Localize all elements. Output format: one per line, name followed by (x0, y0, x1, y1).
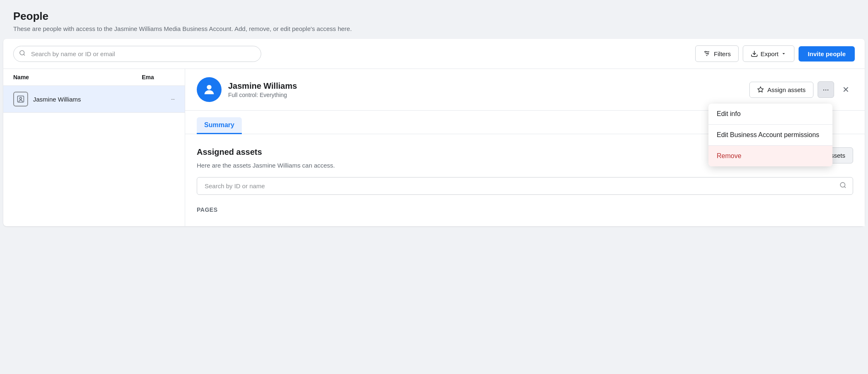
invite-label: Invite people (808, 50, 846, 57)
user-info: Jasmine Williams Full control: Everythin… (228, 81, 743, 98)
asset-search-icon (839, 182, 847, 191)
person-icon (13, 92, 28, 107)
filters-label: Filters (714, 50, 731, 57)
svg-marker-11 (758, 87, 763, 92)
avatar (197, 77, 222, 102)
header-actions: Assign assets ··· ✕ Edit info Edit Busin… (749, 81, 853, 98)
close-icon: ✕ (842, 85, 849, 95)
col-name-header: Name (13, 74, 142, 80)
tab-summary[interactable]: Summary (197, 117, 242, 134)
svg-point-12 (840, 182, 845, 187)
list-item[interactable]: Jasmine Williams -- (3, 86, 185, 113)
user-name: Jasmine Williams (228, 81, 743, 91)
more-icon: ··· (823, 85, 829, 94)
main-card: Filters Export Invite people (3, 39, 865, 226)
content-area: Name Ema Jasmine Williams -- (3, 69, 865, 226)
invite-people-button[interactable]: Invite people (799, 46, 855, 62)
pages-label: Pages (197, 206, 853, 213)
svg-point-5 (705, 51, 706, 52)
detail-header: Jasmine Williams Full control: Everythin… (185, 69, 865, 111)
person-name: Jasmine Williams (33, 96, 166, 103)
assign-assets-label: Assign assets (767, 86, 806, 93)
page-title: People (13, 10, 855, 23)
svg-line-1 (24, 54, 25, 56)
person-email: -- (171, 96, 175, 102)
search-icon (19, 50, 26, 58)
svg-point-10 (207, 85, 211, 90)
toolbar-right: Filters Export Invite people (695, 45, 855, 62)
page-subtitle: These are people with access to the Jasm… (13, 25, 855, 32)
edit-info-item[interactable]: Edit info (708, 104, 832, 124)
more-options-button[interactable]: ··· (818, 81, 834, 98)
search-wrapper (13, 46, 261, 62)
export-button[interactable]: Export (743, 45, 794, 62)
remove-item[interactable]: Remove (708, 146, 832, 166)
detail-panel: Jasmine Williams Full control: Everythin… (185, 69, 865, 226)
people-list: Name Ema Jasmine Williams -- (3, 69, 185, 226)
list-header: Name Ema (3, 69, 185, 86)
user-role: Full control: Everything (228, 92, 743, 98)
svg-point-6 (708, 53, 709, 54)
col-email-header: Ema (142, 74, 175, 80)
assign-assets-button[interactable]: Assign assets (749, 82, 813, 98)
dropdown-menu: Edit info Edit Business Account permissi… (708, 104, 832, 166)
toolbar: Filters Export Invite people (3, 39, 865, 69)
svg-point-9 (20, 97, 22, 99)
export-label: Export (761, 50, 778, 57)
asset-search-input[interactable] (197, 177, 853, 195)
svg-rect-8 (18, 96, 24, 102)
close-button[interactable]: ✕ (838, 82, 853, 97)
filters-button[interactable]: Filters (695, 45, 739, 62)
edit-permissions-item[interactable]: Edit Business Account permissions (708, 125, 832, 145)
svg-line-13 (844, 186, 846, 187)
asset-search-wrapper (197, 177, 853, 195)
search-input[interactable] (13, 46, 261, 62)
svg-point-0 (20, 51, 24, 55)
